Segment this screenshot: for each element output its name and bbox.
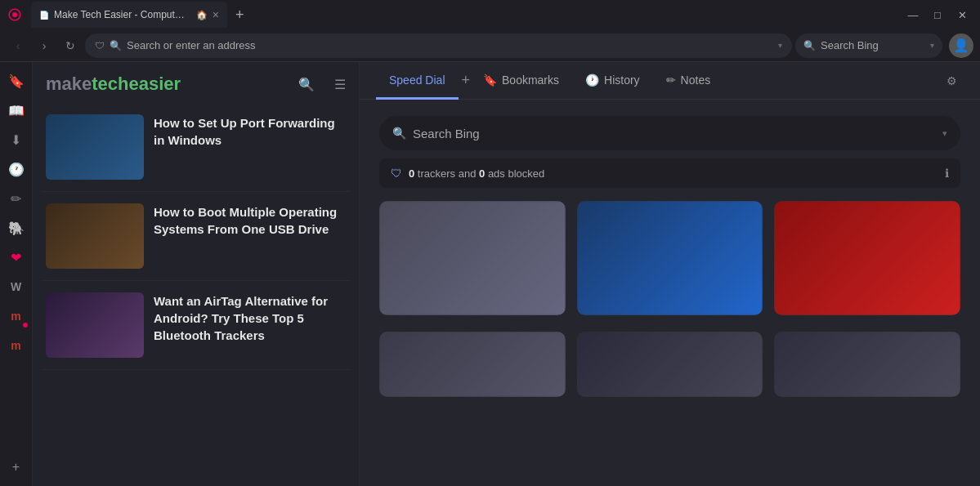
sidebar: 🔖 📖 ⬇ 🕐 ✏ 🐘 ❤ W m m + <box>0 62 33 486</box>
speeddial-card-4-bg <box>379 332 566 397</box>
article-title: How to Boot Multiple Operating Systems F… <box>154 203 346 238</box>
speeddial-card-1[interactable] <box>379 201 566 315</box>
bing-search-dropdown-icon[interactable]: ▾ <box>930 41 934 50</box>
speeddial-tabs: Speed Dial + 🔖 Bookmarks 🕐 History ✏ Not… <box>360 62 980 100</box>
speeddial-search-row: 🔍 Search Bing ▾ <box>360 100 980 158</box>
sidebar-item-reading-list[interactable]: 📖 <box>2 96 30 124</box>
titlebar: 📄 Make Tech Easier - Computer Tutorials,… <box>0 0 980 29</box>
notes-tab-icon: ✏ <box>666 74 676 87</box>
tracker-shield-icon: 🛡 <box>391 167 402 180</box>
minimize-button[interactable]: — <box>902 3 924 26</box>
tab-close-button[interactable]: × <box>213 9 219 20</box>
speeddial-grid-row1 <box>360 201 980 332</box>
sidebar-add-panel[interactable]: + <box>2 453 30 481</box>
speeddial-card-2-bg <box>577 201 763 315</box>
profile-avatar[interactable]: 👤 <box>949 33 973 58</box>
sidebar-item-wikipedia[interactable]: W <box>2 273 30 301</box>
tracker-box: 🛡 0 trackers and 0 ads blocked ℹ <box>379 158 960 188</box>
tracker-info-icon[interactable]: ℹ <box>945 167 949 180</box>
speeddial-search-input: Search Bing <box>413 127 936 140</box>
tab-notes[interactable]: ✏ Notes <box>653 62 724 100</box>
tab-title: Make Tech Easier - Computer Tutorials, T… <box>54 9 190 20</box>
speeddial-tab-actions: ⚙ <box>939 69 964 93</box>
speeddial-card-5-bg <box>577 332 763 397</box>
new-tab-button[interactable]: + <box>230 5 249 25</box>
tab-speed-dial-label: Speed Dial <box>389 74 445 87</box>
tab-bar: 📄 Make Tech Easier - Computer Tutorials,… <box>31 2 897 28</box>
site-logo[interactable]: maketecheasier <box>46 74 181 95</box>
speeddial-search-icon: 🔍 <box>392 127 406 140</box>
article-item[interactable]: How to Set Up Port Forwarding in Windows <box>41 103 351 192</box>
article-title: How to Set Up Port Forwarding in Windows <box>154 114 346 149</box>
speeddial-card-3-bg <box>774 201 960 315</box>
article-panel: maketecheasier 🔍 ☰ How to Set Up Port Fo… <box>33 62 360 486</box>
add-speed-dial-tab-button[interactable]: + <box>462 72 471 89</box>
article-item[interactable]: How to Boot Multiple Operating Systems F… <box>41 192 351 281</box>
sidebar-item-history[interactable]: 🕐 <box>2 155 30 183</box>
address-text: Search or enter an address <box>127 39 773 51</box>
bookmarks-tab-icon: 🔖 <box>483 74 497 87</box>
logo-make: maketecheasier <box>46 74 181 95</box>
speeddial-panel: Speed Dial + 🔖 Bookmarks 🕐 History ✏ Not… <box>360 62 980 486</box>
ads-suffix: ads blocked <box>488 167 544 180</box>
shield-icon: 🛡 <box>95 40 105 51</box>
tracker-between: trackers and <box>418 167 479 180</box>
tracker-row: 🛡 0 trackers and 0 ads blocked ℹ <box>360 158 980 201</box>
ads-count: 0 <box>479 167 485 180</box>
sidebar-item-app2[interactable]: m <box>2 332 30 359</box>
address-bar[interactable]: 🛡 🔍 Search or enter an address ▾ <box>85 33 792 58</box>
speeddial-card-5[interactable] <box>577 332 763 397</box>
logo-tech-text: tech <box>92 74 128 94</box>
search-address-icon: 🔍 <box>110 40 122 51</box>
close-button[interactable]: ✕ <box>951 3 973 26</box>
speeddial-search-dropdown-icon[interactable]: ▾ <box>942 128 947 139</box>
reload-button[interactable]: ↻ <box>59 34 82 57</box>
sidebar-item-bookmarks[interactable]: 🔖 <box>2 67 30 95</box>
speeddial-grid-row2 <box>360 332 980 397</box>
main-content: maketecheasier 🔍 ☰ How to Set Up Port Fo… <box>33 62 980 486</box>
speeddial-card-2[interactable] <box>577 201 763 315</box>
sidebar-item-downloads[interactable]: ⬇ <box>2 126 30 154</box>
speeddial-search-box[interactable]: 🔍 Search Bing ▾ <box>379 116 960 150</box>
article-list: How to Set Up Port Forwarding in Windows… <box>33 103 359 370</box>
sidebar-item-mastodon[interactable]: 🐘 <box>2 214 30 242</box>
article-search-icon[interactable]: 🔍 <box>298 77 315 92</box>
tab-bookmarks[interactable]: 🔖 Bookmarks <box>470 62 572 100</box>
tab-history[interactable]: 🕐 History <box>572 62 653 100</box>
speeddial-card-6[interactable] <box>774 332 960 397</box>
speeddial-settings-button[interactable]: ⚙ <box>939 69 964 93</box>
tracker-count: 0 <box>409 167 414 180</box>
sidebar-item-app1[interactable]: m <box>2 302 30 330</box>
speeddial-card-6-bg <box>774 332 960 397</box>
history-tab-icon: 🕐 <box>585 74 599 87</box>
forward-button[interactable]: › <box>33 34 56 57</box>
article-thumbnail <box>46 292 144 358</box>
article-menu-icon[interactable]: ☰ <box>334 77 346 92</box>
speeddial-card-3[interactable] <box>774 201 960 315</box>
tab-bookmarks-label: Bookmarks <box>502 74 559 87</box>
back-button[interactable]: ‹ <box>7 34 29 57</box>
tab-history-label: History <box>604 74 640 87</box>
bing-search-text: Search Bing <box>821 39 925 51</box>
navbar: ‹ › ↻ 🛡 🔍 Search or enter an address ▾ 🔍… <box>0 29 980 62</box>
maximize-button[interactable]: □ <box>926 3 949 26</box>
tab-speed-dial[interactable]: Speed Dial <box>376 62 459 100</box>
app1-badge <box>22 322 29 328</box>
speeddial-card-4[interactable] <box>379 332 566 397</box>
sidebar-item-notes[interactable]: ✏ <box>2 185 30 212</box>
tab-home-icon[interactable]: 🏠 <box>196 10 208 20</box>
article-item[interactable]: Want an AirTag Alternative for Android? … <box>41 281 351 370</box>
tab-favicon: 📄 <box>39 11 49 20</box>
article-panel-header: maketecheasier 🔍 ☰ <box>33 62 359 103</box>
logo-make-text: make <box>46 74 92 94</box>
sidebar-item-pocket[interactable]: ❤ <box>2 243 30 271</box>
svg-point-0 <box>12 12 17 17</box>
address-dropdown-icon[interactable]: ▾ <box>778 41 782 50</box>
avatar-icon: 👤 <box>953 38 969 53</box>
active-tab[interactable]: 📄 Make Tech Easier - Computer Tutorials,… <box>31 2 227 28</box>
browser-logo[interactable] <box>7 7 23 23</box>
tab-notes-label: Notes <box>681 74 711 87</box>
article-thumbnail <box>46 114 144 180</box>
article-thumbnail <box>46 203 144 269</box>
bing-search-bar[interactable]: 🔍 Search Bing ▾ <box>795 33 942 58</box>
